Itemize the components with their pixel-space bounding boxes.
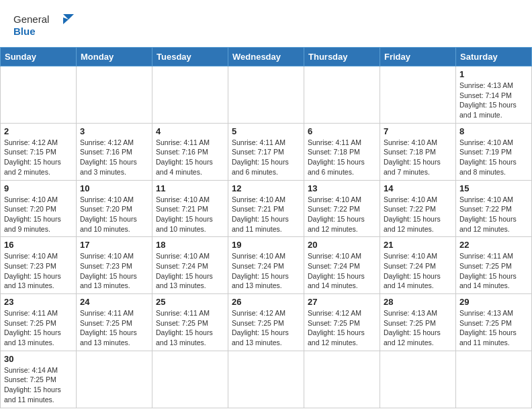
day-cell: 25Sunrise: 4:11 AM Sunset: 7:25 PM Dayli… <box>152 294 228 351</box>
day-cell: 2Sunrise: 4:12 AM Sunset: 7:15 PM Daylig… <box>1 123 77 180</box>
day-number: 27 <box>308 297 376 307</box>
day-cell <box>456 351 532 408</box>
day-number: 19 <box>232 240 300 250</box>
logo: General Blue <box>13 11 74 40</box>
day-info: Sunrise: 4:11 AM Sunset: 7:25 PM Dayligh… <box>4 308 73 348</box>
day-info: Sunrise: 4:10 AM Sunset: 7:20 PM Dayligh… <box>80 195 148 234</box>
day-info: Sunrise: 4:10 AM Sunset: 7:22 PM Dayligh… <box>308 195 376 234</box>
logo-svg: General Blue <box>13 11 74 40</box>
day-info: Sunrise: 4:12 AM Sunset: 7:25 PM Dayligh… <box>308 308 376 348</box>
header: General Blue <box>0 0 532 47</box>
weekday-header-friday: Friday <box>380 48 456 66</box>
week-row-5: 23Sunrise: 4:11 AM Sunset: 7:25 PM Dayli… <box>1 294 532 351</box>
day-info: Sunrise: 4:10 AM Sunset: 7:23 PM Dayligh… <box>80 251 148 291</box>
day-cell: 4Sunrise: 4:11 AM Sunset: 7:16 PM Daylig… <box>152 123 228 180</box>
week-row-2: 2Sunrise: 4:12 AM Sunset: 7:15 PM Daylig… <box>1 123 532 180</box>
day-number: 16 <box>4 240 73 250</box>
week-row-6: 30Sunrise: 4:14 AM Sunset: 7:25 PM Dayli… <box>1 351 532 408</box>
day-info: Sunrise: 4:10 AM Sunset: 7:24 PM Dayligh… <box>308 251 376 291</box>
day-cell: 6Sunrise: 4:11 AM Sunset: 7:18 PM Daylig… <box>304 123 380 180</box>
day-info: Sunrise: 4:10 AM Sunset: 7:21 PM Dayligh… <box>156 195 224 234</box>
day-number: 10 <box>80 183 148 193</box>
day-cell: 24Sunrise: 4:11 AM Sunset: 7:25 PM Dayli… <box>77 294 152 351</box>
day-number: 14 <box>384 183 452 193</box>
day-cell: 15Sunrise: 4:10 AM Sunset: 7:22 PM Dayli… <box>456 180 532 237</box>
day-info: Sunrise: 4:10 AM Sunset: 7:19 PM Dayligh… <box>459 138 528 177</box>
day-number: 30 <box>4 354 73 364</box>
day-info: Sunrise: 4:13 AM Sunset: 7:25 PM Dayligh… <box>384 308 452 348</box>
day-cell: 26Sunrise: 4:12 AM Sunset: 7:25 PM Dayli… <box>228 294 304 351</box>
week-row-1: 1Sunrise: 4:13 AM Sunset: 7:14 PM Daylig… <box>1 66 532 124</box>
day-cell <box>1 66 77 124</box>
day-number: 17 <box>80 240 148 250</box>
day-cell <box>152 351 228 408</box>
day-info: Sunrise: 4:10 AM Sunset: 7:23 PM Dayligh… <box>4 251 73 291</box>
day-cell: 29Sunrise: 4:13 AM Sunset: 7:25 PM Dayli… <box>456 294 532 351</box>
day-number: 1 <box>459 69 528 79</box>
day-info: Sunrise: 4:10 AM Sunset: 7:24 PM Dayligh… <box>156 251 224 291</box>
day-cell: 5Sunrise: 4:11 AM Sunset: 7:17 PM Daylig… <box>228 123 304 180</box>
day-info: Sunrise: 4:11 AM Sunset: 7:18 PM Dayligh… <box>308 138 376 177</box>
day-cell: 7Sunrise: 4:10 AM Sunset: 7:18 PM Daylig… <box>380 123 456 180</box>
weekday-header-thursday: Thursday <box>304 48 380 66</box>
week-row-4: 16Sunrise: 4:10 AM Sunset: 7:23 PM Dayli… <box>1 237 532 294</box>
day-number: 28 <box>384 297 452 307</box>
day-cell <box>228 66 304 124</box>
day-cell: 28Sunrise: 4:13 AM Sunset: 7:25 PM Dayli… <box>380 294 456 351</box>
day-number: 15 <box>459 183 528 193</box>
day-cell: 20Sunrise: 4:10 AM Sunset: 7:24 PM Dayli… <box>304 237 380 294</box>
day-cell: 22Sunrise: 4:11 AM Sunset: 7:25 PM Dayli… <box>456 237 532 294</box>
svg-text:General: General <box>13 13 49 25</box>
day-cell <box>304 66 380 124</box>
day-info: Sunrise: 4:10 AM Sunset: 7:24 PM Dayligh… <box>384 251 452 291</box>
weekday-header-monday: Monday <box>77 48 152 66</box>
day-number: 22 <box>459 240 528 250</box>
week-row-3: 9Sunrise: 4:10 AM Sunset: 7:20 PM Daylig… <box>1 180 532 237</box>
day-info: Sunrise: 4:10 AM Sunset: 7:18 PM Dayligh… <box>384 138 452 177</box>
weekday-header-tuesday: Tuesday <box>152 48 228 66</box>
day-cell <box>152 66 228 124</box>
day-cell: 13Sunrise: 4:10 AM Sunset: 7:22 PM Dayli… <box>304 180 380 237</box>
day-info: Sunrise: 4:11 AM Sunset: 7:25 PM Dayligh… <box>80 308 148 348</box>
day-number: 3 <box>80 126 148 136</box>
day-info: Sunrise: 4:10 AM Sunset: 7:22 PM Dayligh… <box>459 195 528 234</box>
svg-text:Blue: Blue <box>13 26 36 37</box>
day-cell: 8Sunrise: 4:10 AM Sunset: 7:19 PM Daylig… <box>456 123 532 180</box>
weekday-header-wednesday: Wednesday <box>228 48 304 66</box>
day-cell: 27Sunrise: 4:12 AM Sunset: 7:25 PM Dayli… <box>304 294 380 351</box>
day-number: 26 <box>232 297 300 307</box>
day-cell: 17Sunrise: 4:10 AM Sunset: 7:23 PM Dayli… <box>77 237 152 294</box>
day-info: Sunrise: 4:12 AM Sunset: 7:15 PM Dayligh… <box>4 138 73 177</box>
weekday-header-sunday: Sunday <box>1 48 77 66</box>
day-cell: 21Sunrise: 4:10 AM Sunset: 7:24 PM Dayli… <box>380 237 456 294</box>
day-cell: 3Sunrise: 4:12 AM Sunset: 7:16 PM Daylig… <box>77 123 152 180</box>
svg-marker-2 <box>63 14 74 24</box>
day-cell: 14Sunrise: 4:10 AM Sunset: 7:22 PM Dayli… <box>380 180 456 237</box>
day-cell <box>380 351 456 408</box>
day-info: Sunrise: 4:11 AM Sunset: 7:17 PM Dayligh… <box>232 138 300 177</box>
day-info: Sunrise: 4:10 AM Sunset: 7:22 PM Dayligh… <box>384 195 452 234</box>
day-number: 9 <box>4 183 73 193</box>
day-cell: 19Sunrise: 4:10 AM Sunset: 7:24 PM Dayli… <box>228 237 304 294</box>
day-cell <box>77 351 152 408</box>
day-number: 8 <box>459 126 528 136</box>
day-cell: 11Sunrise: 4:10 AM Sunset: 7:21 PM Dayli… <box>152 180 228 237</box>
day-number: 5 <box>232 126 300 136</box>
day-number: 23 <box>4 297 73 307</box>
day-number: 18 <box>156 240 224 250</box>
day-info: Sunrise: 4:11 AM Sunset: 7:25 PM Dayligh… <box>459 251 528 291</box>
day-info: Sunrise: 4:10 AM Sunset: 7:24 PM Dayligh… <box>232 251 300 291</box>
day-info: Sunrise: 4:11 AM Sunset: 7:16 PM Dayligh… <box>156 138 224 177</box>
day-info: Sunrise: 4:10 AM Sunset: 7:21 PM Dayligh… <box>232 195 300 234</box>
day-number: 4 <box>156 126 224 136</box>
day-number: 29 <box>459 297 528 307</box>
day-info: Sunrise: 4:13 AM Sunset: 7:14 PM Dayligh… <box>459 81 528 120</box>
day-cell <box>77 66 152 124</box>
day-number: 7 <box>384 126 452 136</box>
day-cell: 1Sunrise: 4:13 AM Sunset: 7:14 PM Daylig… <box>456 66 532 124</box>
day-info: Sunrise: 4:12 AM Sunset: 7:16 PM Dayligh… <box>80 138 148 177</box>
day-cell: 18Sunrise: 4:10 AM Sunset: 7:24 PM Dayli… <box>152 237 228 294</box>
day-number: 24 <box>80 297 148 307</box>
day-number: 21 <box>384 240 452 250</box>
day-cell: 23Sunrise: 4:11 AM Sunset: 7:25 PM Dayli… <box>1 294 77 351</box>
